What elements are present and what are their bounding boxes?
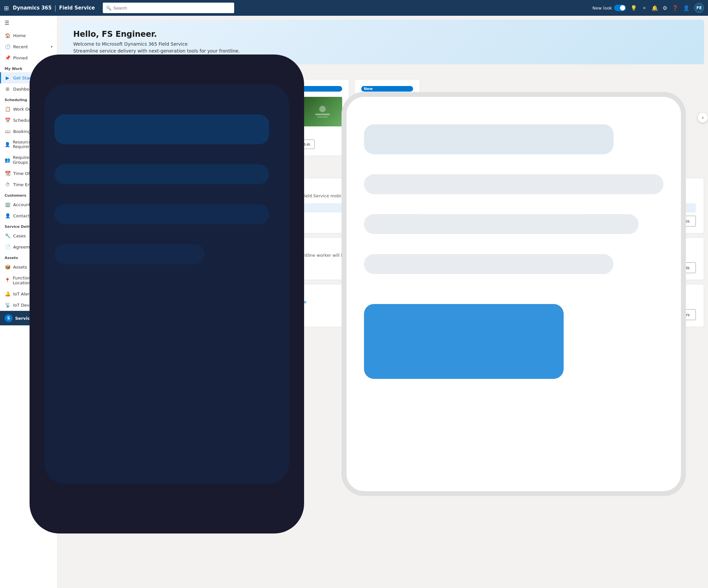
main-content: Hello, FS Engineer. Welcome to Microsoft… [57, 16, 708, 588]
new-look-toggle[interactable] [614, 5, 626, 11]
top-nav-right: New look 💡 ＋ 🔔 ⚙️ ❓ 👤 FE [592, 3, 704, 13]
brand-separator: | [54, 4, 57, 12]
avatar[interactable]: FE [694, 3, 704, 13]
help-icon[interactable]: ❓ [672, 5, 678, 11]
search-bar[interactable]: 🔍 [103, 3, 234, 13]
create-work-orders-image [62, 284, 121, 327]
lightbulb-icon[interactable]: 💡 [630, 5, 637, 11]
brand-name[interactable]: Dynamics 365 [13, 5, 52, 11]
app-body: ☰ 🏠 Home 🕐 Recent ▾ 📌 Pinned ▾ My Work ▶… [0, 16, 708, 588]
running-section: Set up your users Frontline workers are … [61, 178, 704, 327]
workorders-img [62, 284, 121, 327]
top-navigation: ⊞ Dynamics 365 | Field Service 🔍 New loo… [0, 0, 708, 16]
user-icon[interactable]: 👤 [683, 5, 689, 11]
add-icon[interactable]: ＋ [642, 5, 647, 11]
svg-rect-25 [62, 284, 121, 327]
settings-icon[interactable]: ⚙️ [663, 5, 667, 11]
new-look-label: New look [592, 6, 612, 10]
running-card-create-work-orders: Create your work orders Work orders defi… [61, 284, 704, 327]
app-name: Field Service [59, 5, 95, 11]
search-icon: 🔍 [106, 6, 111, 10]
search-input[interactable] [113, 6, 231, 10]
notification-icon[interactable]: 🔔 [651, 5, 658, 11]
new-look-toggle-container: New look [592, 5, 626, 11]
app-grid-icon[interactable]: ⊞ [4, 5, 9, 11]
brand-logo: Dynamics 365 | Field Service [13, 4, 95, 12]
